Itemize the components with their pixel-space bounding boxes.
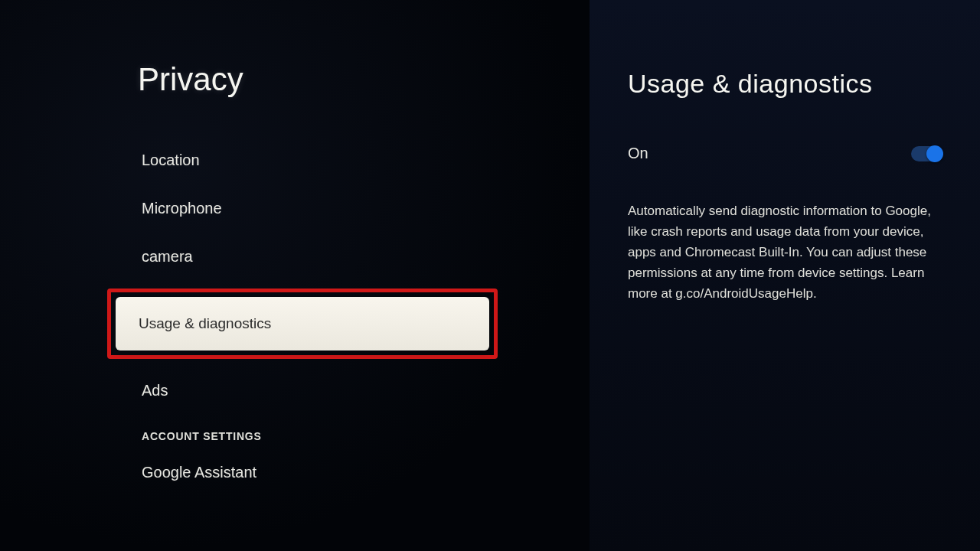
detail-panel: Usage & diagnostics On Automatically sen… (590, 0, 980, 551)
menu-list: Location Microphone camera Usage & diagn… (138, 136, 590, 497)
section-header-account-settings: ACCOUNT SETTINGS (138, 415, 590, 448)
toggle-label: On (628, 145, 648, 162)
menu-item-camera[interactable]: camera (138, 233, 590, 281)
detail-title: Usage & diagnostics (628, 69, 942, 99)
menu-item-usage-diagnostics[interactable]: Usage & diagnostics (116, 297, 489, 350)
menu-item-ads[interactable]: Ads (138, 367, 590, 415)
highlight-border: Usage & diagnostics (107, 289, 498, 359)
toggle-switch[interactable] (911, 146, 942, 161)
menu-item-location[interactable]: Location (138, 136, 590, 184)
detail-description: Automatically send diagnostic informatio… (628, 201, 942, 304)
menu-item-usage-diagnostics-highlight: Usage & diagnostics (107, 289, 498, 359)
menu-item-microphone[interactable]: Microphone (138, 184, 590, 233)
menu-item-google-assistant[interactable]: Google Assistant (138, 448, 590, 497)
toggle-row[interactable]: On (628, 145, 942, 162)
toggle-thumb (926, 145, 943, 162)
privacy-menu-panel: Privacy Location Microphone camera Usage… (0, 0, 590, 551)
page-title: Privacy (138, 61, 590, 98)
